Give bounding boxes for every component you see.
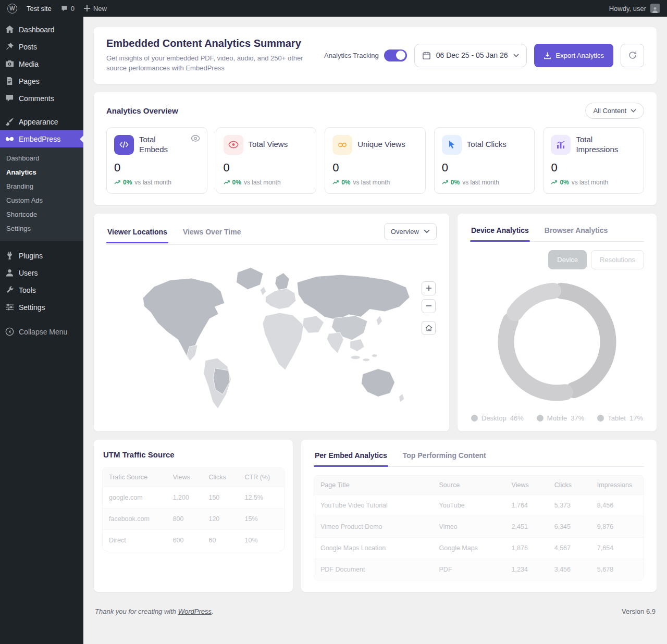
table-row[interactable]: Direct 600 60 10% (103, 529, 284, 551)
utm-cell-clicks: 120 (202, 508, 238, 529)
code-embed-icon (114, 135, 134, 155)
plus-icon (84, 5, 90, 11)
tab-device-analytics[interactable]: Device Analytics (470, 223, 530, 241)
impressions-chart-icon (551, 135, 571, 155)
sidebar-item-plugins[interactable]: Plugins (0, 247, 83, 264)
submenu-item-analytics[interactable]: Analytics (0, 165, 83, 179)
export-analytics-button[interactable]: Export Analytics (534, 44, 614, 67)
site-name-link[interactable]: Test site (27, 5, 52, 13)
table-row[interactable]: facebook.com 800 120 15% (103, 508, 284, 529)
device-analytics-card: Device Analytics Browser Analytics Devic… (458, 214, 657, 431)
avatar-person-icon (651, 6, 659, 13)
resolutions-filter-button[interactable]: Resolutions (591, 250, 644, 269)
tab-per-embed-analytics[interactable]: Per Embed Analytics (314, 448, 388, 466)
submenu-item-settings[interactable]: Settings (0, 221, 83, 236)
table-row[interactable]: google.com 1,200 150 12.5% (103, 487, 284, 508)
legend-item-tablet: Tablet 17% (597, 414, 643, 422)
stat-value: 0 (551, 161, 636, 175)
legend-dot-icon (471, 415, 478, 422)
sidebar-item-settings[interactable]: Settings (0, 299, 83, 316)
world-map-area (106, 245, 437, 431)
user-avatar[interactable] (650, 4, 660, 13)
map-zoom-in-button[interactable] (422, 281, 436, 295)
submenu-item-branding[interactable]: Branding (0, 179, 83, 193)
table-row[interactable]: PDF Document PDF 1,234 3,456 5,678 (314, 559, 644, 580)
legend-pct: 46% (510, 414, 524, 422)
sidebar-item-label: Users (19, 269, 38, 277)
embed-cell-clicks: 3,456 (548, 559, 591, 580)
footer-version: Version 6.9 (622, 608, 656, 615)
legend-label: Tablet (608, 414, 626, 422)
sidebar-item-dashboard[interactable]: Dashboard (0, 21, 83, 38)
howdy-user[interactable]: Howdy, user (609, 5, 646, 13)
utm-cell-views: 1,200 (167, 487, 203, 508)
tab-viewer-locations[interactable]: Viewer Locations (106, 225, 168, 243)
utm-cell-views: 600 (167, 529, 203, 551)
submenu-item-shortcode[interactable]: Shortcode (0, 207, 83, 221)
utm-header: Views (167, 468, 203, 487)
embed-cell-views: 2,451 (505, 516, 548, 537)
table-row[interactable]: YouTube Video Tutorial YouTube 1,764 5,3… (314, 494, 644, 516)
sidebar-item-collapse-menu[interactable]: Collapse Menu (0, 323, 83, 340)
sidebar-item-comments[interactable]: Comments (0, 90, 83, 107)
viewer-locations-card: Viewer Locations Views Over Time Overvie… (94, 214, 449, 431)
embed-cell-title: PDF Document (314, 559, 433, 580)
content-filter-value: All Content (593, 107, 626, 115)
wordpress-logo-icon[interactable]: W (7, 4, 17, 14)
device-donut (490, 275, 624, 409)
refresh-button[interactable] (621, 44, 644, 67)
visibility-eye-icon[interactable] (191, 134, 200, 144)
comments-shortcut[interactable]: 0 (61, 5, 75, 13)
embed-cell-impressions: 8,456 (591, 494, 644, 516)
sidebar-item-appearance[interactable]: Appearance (0, 113, 83, 130)
comments-icon (5, 94, 14, 103)
submenu-item-custom-ads[interactable]: Custom Ads (0, 193, 83, 207)
map-reset-button[interactable] (422, 321, 436, 335)
map-overview-dropdown[interactable]: Overview (384, 223, 437, 240)
utm-cell-clicks: 150 (202, 487, 238, 508)
new-label: New (93, 5, 107, 13)
wrench-icon (5, 286, 14, 294)
sidebar-item-tools[interactable]: Tools (0, 281, 83, 299)
stat-trend-note: vs last month (462, 179, 499, 186)
table-row[interactable]: Vimeo Product Demo Vimeo 2,451 6,345 9,8… (314, 516, 644, 537)
sidebar-item-label: EmbedPress (19, 135, 60, 143)
sidebar-item-pages[interactable]: Pages (0, 72, 83, 90)
sidebar-item-label: Appearance (19, 118, 58, 126)
embed-cell-source: YouTube (433, 494, 505, 516)
tab-browser-analytics[interactable]: Browser Analytics (544, 223, 609, 241)
embed-header: Impressions (591, 476, 644, 495)
analytics-tracking-toggle[interactable] (384, 49, 407, 61)
stat-label: Total Impressions (576, 135, 636, 155)
plug-icon (5, 251, 14, 260)
sidebar-item-media[interactable]: Media (0, 55, 83, 72)
date-range-picker[interactable]: 06 Dec 25 - 05 Jan 26 (414, 44, 527, 67)
embed-cell-clicks: 5,373 (548, 494, 591, 516)
utm-cell-ctr: 10% (239, 529, 284, 551)
sidebar-item-posts[interactable]: Posts (0, 38, 83, 55)
world-map[interactable] (126, 262, 417, 416)
stat-card-total-embeds: Total Embeds 0 0% vs last month (106, 127, 207, 194)
utm-cell-source: google.com (103, 487, 167, 508)
sidebar-item-users[interactable]: Users (0, 264, 83, 281)
sidebar-item-embedpress[interactable]: EmbedPress (0, 130, 83, 147)
legend-label: Mobile (547, 414, 567, 422)
device-filter-button[interactable]: Device (548, 250, 587, 269)
embed-cell-clicks: 4,567 (548, 537, 591, 559)
map-zoom-out-button[interactable] (422, 299, 436, 313)
tab-top-performing-content[interactable]: Top Performing Content (402, 448, 487, 466)
content-filter-dropdown[interactable]: All Content (585, 103, 644, 119)
new-content-button[interactable]: New (84, 5, 107, 13)
stat-card-total-views: Total Views 0 0% vs last month (216, 127, 317, 194)
tab-views-over-time[interactable]: Views Over Time (182, 225, 242, 243)
chevron-down-icon (631, 109, 636, 113)
views-eye-icon (224, 135, 243, 155)
click-pointer-icon (442, 135, 462, 155)
device-legend: Desktop 46% Mobile 37% Tablet 17% (470, 414, 644, 422)
submenu-item-dashboard[interactable]: Dashboard (0, 151, 83, 165)
sidebar-item-label: Settings (19, 303, 45, 312)
stat-trend-pct: 0% (232, 179, 241, 186)
table-row[interactable]: Google Maps Location Google Maps 1,876 4… (314, 537, 644, 559)
embed-cell-impressions: 5,678 (591, 559, 644, 580)
wordpress-link[interactable]: WordPress (178, 608, 212, 615)
